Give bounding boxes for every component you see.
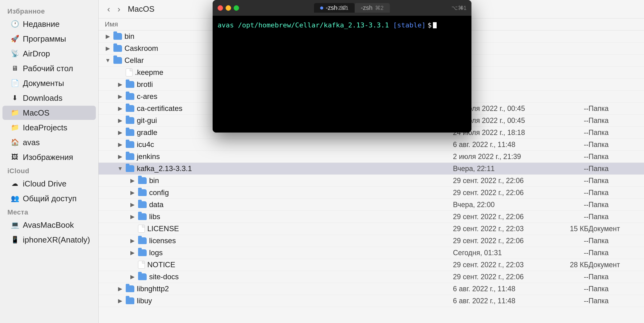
expand-icon[interactable]: ▼ (117, 166, 123, 172)
expand-icon[interactable]: ▶ (129, 238, 136, 244)
terminal-tab-1[interactable]: -zsh ⌘2 (355, 3, 390, 13)
sidebar-item-idea[interactable]: 📁IdeaProjects (2, 121, 96, 135)
expand-icon[interactable]: ▶ (117, 153, 123, 160)
sidebar-item-airdrop[interactable]: 📡AirDrop (2, 47, 96, 61)
close-button[interactable] (218, 5, 223, 11)
file-date: 29 сент. 2022 г., 22:06 (453, 189, 552, 197)
table-row[interactable]: ▼kafka_2.13-3.3.1Вчера, 22:11--Папка (99, 163, 644, 175)
expand-icon[interactable]: ▶ (129, 214, 136, 220)
expand-icon[interactable]: ▶ (117, 93, 123, 100)
file-kind: Папка (589, 285, 638, 293)
sidebar-item-avas-macbook[interactable]: 💻AvasMacBook (2, 218, 96, 232)
file-kind: Папка (589, 189, 638, 197)
file-name: logs (149, 248, 163, 257)
sidebar-item-label-recent: Недавние (23, 19, 59, 29)
expand-icon[interactable]: ▶ (117, 129, 123, 136)
sidebar-item-iphonexr[interactable]: 📱iphoneXR(Anatoly) (2, 233, 96, 247)
table-row[interactable]: ▶jenkins2 июля 2022 г., 21:39--Папка (99, 151, 644, 163)
file-date: 29 сент. 2022 г., 22:03 (453, 225, 552, 233)
folder-icon (113, 45, 122, 52)
table-row[interactable]: ▶config29 сент. 2022 г., 22:06--Папка (99, 187, 644, 199)
expand-icon[interactable]: ▶ (129, 274, 136, 280)
expand-icon[interactable]: ▶ (129, 190, 136, 196)
expand-icon[interactable]: ▶ (117, 286, 123, 292)
sidebar-item-label-avas: avas (23, 138, 40, 147)
table-row[interactable]: ▶icu4c6 авг. 2022 г., 11:48--Папка (99, 139, 644, 151)
expand-icon[interactable]: ▶ (117, 81, 123, 88)
table-row[interactable]: ▶libnghttp26 авг. 2022 г., 11:48--Папка (99, 283, 644, 295)
file-icon (138, 261, 145, 269)
table-row[interactable]: ▶logsСегодня, 01:31--Папка (99, 247, 644, 259)
expand-icon[interactable]: ▶ (129, 250, 136, 256)
sidebar-item-label-airdrop: AirDrop (23, 49, 50, 59)
file-size: 15 КБ (552, 225, 589, 233)
forward-button[interactable]: › (115, 3, 123, 15)
file-size: -- (552, 201, 589, 209)
sidebar-item-desktop[interactable]: 🖥Рабочий стол (2, 61, 96, 76)
table-row[interactable]: ▶dataВчера, 22:00--Папка (99, 199, 644, 211)
sidebar-item-images[interactable]: 🖼Изображения (2, 150, 96, 164)
nav-buttons: ‹ › (105, 3, 123, 15)
table-row[interactable]: ▶licenses29 сент. 2022 г., 22:06--Папка (99, 235, 644, 247)
expand-icon[interactable]: ▶ (117, 105, 123, 112)
file-name-cell: ▶site-docs (105, 272, 453, 281)
file-name: libs (149, 212, 160, 221)
sidebar-item-shared[interactable]: 👥Общий доступ (2, 191, 96, 206)
file-date: 6 авг. 2022 г., 11:48 (453, 285, 552, 293)
folder-icon (113, 57, 122, 64)
expand-icon[interactable]: ▶ (117, 117, 123, 124)
folder-icon (138, 249, 147, 256)
expand-icon[interactable]: ▼ (105, 57, 111, 63)
sidebar-item-label-macos: MacOS (23, 108, 50, 118)
file-name: libnghttp2 (137, 284, 169, 293)
table-row[interactable]: ▶bin29 сент. 2022 г., 22:06--Папка (99, 175, 644, 187)
file-name: bin (124, 32, 134, 41)
expand-icon[interactable]: ▶ (117, 141, 123, 148)
file-size: -- (552, 165, 589, 173)
expand-icon[interactable]: ▶ (129, 178, 136, 184)
terminal-title: -zsh (336, 4, 348, 11)
sidebar-item-recent[interactable]: 🕐Недавние (2, 17, 96, 31)
sidebar-item-label-downloads: Downloads (23, 93, 63, 103)
sidebar: Избранное🕐Недавние🚀Программы📡AirDrop🖥Раб… (0, 0, 99, 323)
minimize-button[interactable] (226, 5, 231, 11)
file-size: -- (552, 177, 589, 185)
table-row[interactable]: ▶libuy6 авг. 2022 г., 11:48--Папка (99, 295, 644, 307)
sidebar-item-label-apps: Программы (23, 34, 66, 44)
file-kind: Папка (589, 104, 638, 113)
file-date: Вчера, 22:00 (453, 201, 552, 209)
file-name: licenses (149, 236, 176, 245)
file-size: -- (552, 117, 589, 125)
file-name: site-docs (149, 272, 179, 281)
folder-icon (126, 141, 134, 148)
file-size: -- (552, 297, 589, 305)
folder-icon (126, 129, 134, 136)
expand-icon (129, 262, 136, 268)
folder-icon (138, 237, 147, 244)
expand-icon[interactable]: ▶ (129, 202, 136, 208)
expand-icon[interactable]: ▶ (105, 45, 111, 51)
table-row[interactable]: LICENSE29 сент. 2022 г., 22:0315 КБДокум… (99, 223, 644, 235)
table-row[interactable]: ▶site-docs29 сент. 2022 г., 22:06--Папка (99, 271, 644, 283)
table-row[interactable]: ▶libs29 сент. 2022 г., 22:06--Папка (99, 211, 644, 223)
breadcrumb: MacOS (128, 4, 155, 14)
file-kind: Папка (589, 273, 638, 281)
terminal-body[interactable]: avas /opt/homebrew/Cellar/kafka_2.13-3.3… (213, 16, 471, 133)
terminal-tab-0[interactable]: -zsh ⌘1 (314, 3, 355, 13)
sidebar-item-avas[interactable]: 🏠avas (2, 135, 96, 149)
expand-icon[interactable]: ▶ (105, 33, 111, 39)
file-name: jenkins (137, 152, 160, 161)
sidebar-item-downloads[interactable]: ⬇Downloads (2, 91, 96, 105)
expand-icon[interactable]: ▶ (117, 298, 123, 304)
maximize-button[interactable] (234, 5, 239, 11)
file-date: 29 сент. 2022 г., 22:06 (453, 213, 552, 221)
sidebar-item-docs[interactable]: 📄Документы (2, 76, 96, 90)
back-button[interactable]: ‹ (105, 3, 112, 15)
sidebar-item-icloud-drive[interactable]: ☁iCloud Drive (2, 177, 96, 191)
sidebar-item-apps[interactable]: 🚀Программы (2, 32, 96, 46)
images-icon: 🖼 (10, 152, 20, 162)
table-row[interactable]: NOTICE29 сент. 2022 г., 22:0328 КБДокуме… (99, 259, 644, 271)
file-kind: Документ (589, 225, 638, 233)
file-size: -- (552, 249, 589, 257)
sidebar-item-macos[interactable]: 📁MacOS (2, 106, 96, 120)
